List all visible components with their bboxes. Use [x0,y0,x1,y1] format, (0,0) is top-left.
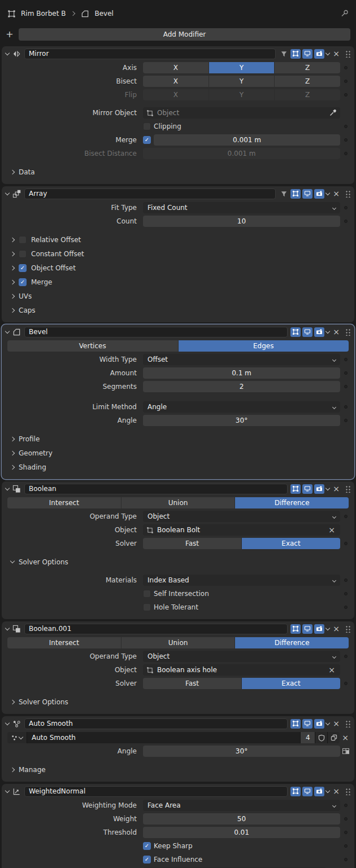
pin-icon[interactable] [340,9,349,18]
edit-mode-toggle-icon[interactable] [290,719,301,729]
render-display-toggle-icon[interactable] [314,327,324,337]
edit-mode-toggle-icon[interactable] [290,624,301,634]
decorator-dot[interactable] [344,542,348,545]
drag-handle-icon[interactable] [345,328,350,336]
decorator-dot[interactable] [344,152,348,155]
breadcrumb-object-name[interactable]: Rim Borbet B [21,10,66,17]
drag-handle-icon[interactable] [345,50,350,58]
realtime-display-toggle-icon[interactable] [302,484,312,494]
subpanel-solver-options[interactable]: Solver Options [2,695,354,709]
merge-checkbox[interactable]: ✓ [143,136,151,144]
unlink-icon[interactable]: × [342,733,349,742]
keep-sharp-checkbox[interactable]: ✓ [143,842,151,850]
amount-field[interactable]: 0.1 m [143,367,340,379]
modifier-name-input[interactable]: Boolean [24,484,288,494]
relative-offset-checkbox[interactable] [19,236,27,244]
boolean-panel-header[interactable]: Boolean × [2,481,354,496]
decorator-dot[interactable] [344,371,348,375]
edit-mode-toggle-icon[interactable] [290,189,301,199]
object-offset-checkbox[interactable]: ✓ [19,264,27,272]
merge-threshold-field[interactable]: 0.001 m [154,134,340,146]
weight-field[interactable]: 50 [143,813,340,825]
extras-dropdown-icon[interactable] [325,485,330,490]
drag-handle-icon[interactable] [345,720,350,727]
close-icon[interactable]: × [331,787,341,795]
add-modifier-button[interactable]: Add Modifier [19,28,350,41]
close-icon[interactable]: × [331,328,341,336]
subpanel-uvs[interactable]: UVs [2,289,354,303]
decorator-dot[interactable] [344,220,348,223]
fit-type-dropdown[interactable]: Fixed Count [143,202,340,213]
decorator-dot[interactable] [344,804,348,807]
boolean-object-field[interactable]: Boolean Bolt × [143,524,340,536]
extras-dropdown-icon[interactable] [325,50,330,55]
decorator-dot[interactable] [344,844,348,848]
clear-object-icon[interactable]: × [327,526,337,534]
render-display-toggle-icon[interactable] [314,484,324,494]
subpanel-merge[interactable]: ✓ Merge [2,275,354,289]
solver-fast-button[interactable]: Fast [143,678,241,689]
render-display-toggle-icon[interactable] [314,49,324,59]
mirror-axis-z-button[interactable]: Z [275,62,340,73]
expand-chevron-icon[interactable] [5,190,10,195]
weighted-normal-panel-header[interactable]: WeightedNormal × [2,784,354,799]
render-display-toggle-icon[interactable] [314,719,324,729]
operation-intersect-button[interactable]: Intersect [7,497,121,508]
angle-field[interactable]: 30° [143,746,340,757]
realtime-display-toggle-icon[interactable] [302,49,312,59]
duplicate-icon[interactable] [327,732,340,743]
breadcrumb-modifier-name[interactable]: Bevel [94,10,113,17]
decorator-dot[interactable] [344,515,348,518]
merge-checkbox[interactable]: ✓ [19,278,27,286]
modifier-name-input[interactable]: WeightedNormal [24,786,288,797]
close-icon[interactable]: × [331,625,341,633]
operation-intersect-button[interactable]: Intersect [7,637,121,648]
operand-type-dropdown[interactable]: Object [143,511,340,522]
modifier-name-input[interactable]: Bevel [24,327,288,337]
decorator-dot[interactable] [344,592,348,595]
drag-handle-icon[interactable] [345,625,350,633]
decorator-dot[interactable] [344,125,348,128]
bevel-panel-header[interactable]: Bevel × [2,325,354,339]
segments-field[interactable]: 2 [143,381,340,392]
on-cage-filter-icon[interactable] [279,189,289,199]
subpanel-manage[interactable]: Manage [2,762,354,777]
close-icon[interactable]: × [331,485,341,493]
expand-chevron-icon[interactable] [5,625,10,630]
solver-exact-button[interactable]: Exact [242,538,340,549]
fake-user-shield-icon[interactable] [315,732,327,743]
constant-offset-checkbox[interactable] [19,250,27,258]
render-display-toggle-icon[interactable] [314,787,324,796]
mirror-bisect-z-button[interactable]: Z [275,76,340,87]
extras-dropdown-icon[interactable] [325,720,330,725]
decorator-dot[interactable] [344,385,348,388]
edit-mode-toggle-icon[interactable] [290,787,301,796]
auto-smooth-panel-header[interactable]: Auto Smooth × [2,716,354,731]
expand-chevron-icon[interactable] [5,788,10,792]
subpanel-object-offset[interactable]: ✓ Object Offset [2,261,354,275]
modifier-name-input[interactable]: Auto Smooth [24,718,288,729]
on-cage-filter-icon[interactable] [279,49,289,59]
operation-union-button[interactable]: Union [121,637,235,648]
subpanel-shading[interactable]: Shading [2,460,354,474]
self-intersection-checkbox[interactable] [143,590,151,598]
close-icon[interactable]: × [331,720,341,727]
extras-dropdown-icon[interactable] [325,788,330,792]
subpanel-constant-offset[interactable]: Constant Offset [2,247,354,261]
users-count-button[interactable]: 4 [300,732,315,743]
boolean001-panel-header[interactable]: Boolean.001 × [2,621,354,636]
mirror-bisect-x-button[interactable]: X [143,76,209,87]
subpanel-profile[interactable]: Profile [2,432,354,446]
subpanel-data[interactable]: Data [2,165,354,179]
operand-type-dropdown[interactable]: Object [143,651,340,662]
extras-dropdown-icon[interactable] [325,190,330,195]
drag-handle-icon[interactable] [345,787,350,795]
decorator-dot[interactable] [344,682,348,685]
count-field[interactable]: 10 [143,216,340,227]
edit-mode-toggle-icon[interactable] [290,327,301,337]
decorator-dot[interactable] [344,358,348,361]
close-icon[interactable]: × [331,50,341,58]
width-type-dropdown[interactable]: Offset [143,354,340,365]
solver-exact-button[interactable]: Exact [242,678,340,689]
eyedropper-icon[interactable] [329,109,337,117]
